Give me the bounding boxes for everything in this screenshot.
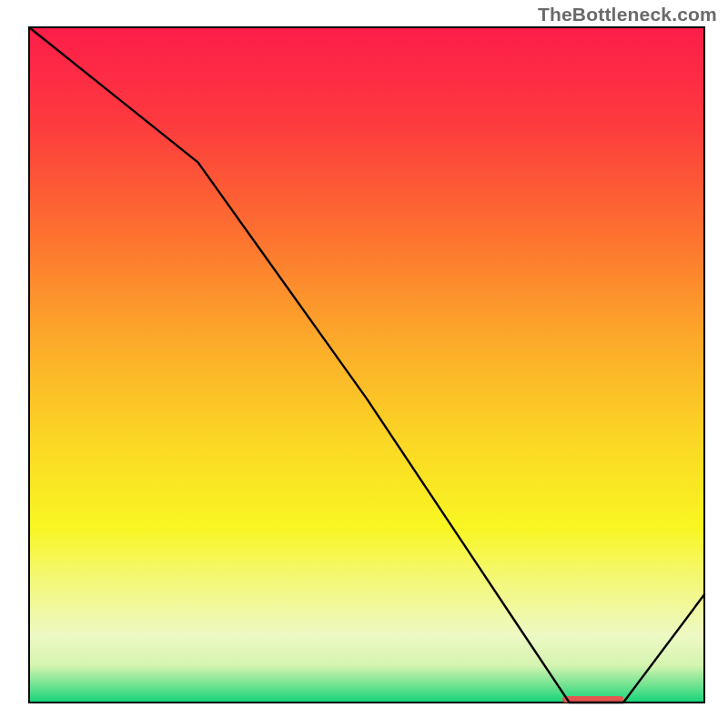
plot-background [29, 27, 704, 703]
chart-svg [0, 0, 728, 728]
chart-stage: TheBottleneck.com [0, 0, 728, 728]
